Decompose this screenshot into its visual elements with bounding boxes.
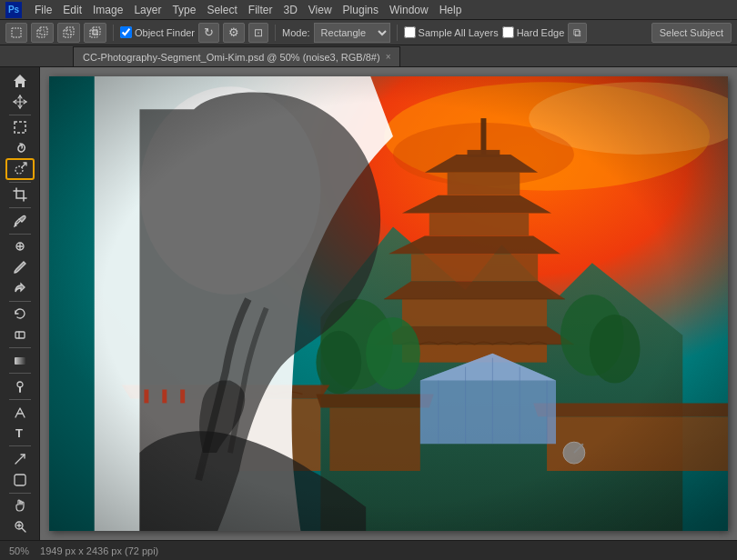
sample-all-layers-label: Sample All Layers	[419, 27, 499, 38]
history-brush-tool[interactable]	[6, 304, 34, 324]
tool-sep-8	[9, 399, 31, 400]
svg-rect-0	[12, 28, 21, 37]
document-dimensions: 1949 px x 2436 px (72 ppi)	[40, 545, 158, 556]
menu-filter[interactable]: Filter	[243, 0, 278, 20]
sample-all-layers-checkbox[interactable]	[404, 26, 416, 38]
menu-select[interactable]: Select	[201, 0, 242, 20]
tab-close-btn[interactable]: ×	[386, 52, 391, 62]
selection-subtract-btn[interactable]	[57, 23, 80, 43]
options-bar: Object Finder ↻ ⚙ ⊡ Mode: Rectangle Fixe…	[0, 20, 737, 45]
menu-3d[interactable]: 3D	[278, 0, 302, 20]
tab-title: CC-Photography-Segment_Omi-Kim.psd @ 50%…	[83, 52, 380, 63]
tool-sep-10	[9, 493, 31, 494]
canvas-area[interactable]	[40, 67, 737, 540]
tool-sep-5	[9, 301, 31, 302]
svg-rect-2	[40, 27, 47, 35]
sample-all-layers-group: Sample All Layers	[404, 26, 499, 38]
select-subject-btn[interactable]: Select Subject	[651, 23, 732, 43]
tool-sep-2	[9, 182, 31, 183]
tool-sep-3	[9, 207, 31, 208]
hard-edge-label: Hard Edge	[517, 27, 565, 38]
sep1	[113, 25, 114, 41]
svg-rect-52	[49, 76, 728, 531]
type-tool[interactable]: T	[6, 423, 34, 443]
menu-file[interactable]: File	[29, 0, 57, 20]
svg-rect-15	[15, 475, 25, 485]
spot-heal-tool[interactable]	[6, 236, 34, 256]
menu-view[interactable]: View	[303, 0, 338, 20]
menu-layer[interactable]: Layer	[128, 0, 167, 20]
eyedropper-tool[interactable]	[6, 211, 34, 231]
svg-rect-8	[15, 122, 25, 133]
refine-select-btn[interactable]: ⧉	[568, 23, 587, 43]
refresh-btn[interactable]: ↻	[198, 23, 219, 43]
tab-bar: CC-Photography-Segment_Omi-Kim.psd @ 50%…	[0, 45, 737, 67]
main-area: T	[0, 67, 737, 540]
sep3	[397, 25, 398, 41]
shape-tool[interactable]	[6, 470, 34, 490]
menu-image[interactable]: Image	[87, 0, 128, 20]
gradient-tool[interactable]	[6, 351, 34, 371]
svg-rect-7	[93, 30, 97, 35]
crop-tool[interactable]	[6, 185, 34, 205]
selection-add-btn[interactable]	[31, 23, 54, 43]
quick-select-tool[interactable]	[6, 159, 34, 179]
selection-new-btn[interactable]	[5, 23, 27, 43]
eraser-tool[interactable]	[6, 325, 34, 345]
canvas-image	[49, 76, 728, 531]
sep2	[275, 25, 276, 41]
svg-text:T: T	[15, 426, 23, 440]
tool-sep-7	[9, 373, 31, 374]
zoom-tool[interactable]	[6, 516, 34, 536]
tool-sep-4	[9, 234, 31, 235]
svg-rect-12	[15, 357, 25, 365]
move-tool[interactable]	[6, 92, 34, 112]
mode-select[interactable]: Rectangle Fixed Ratio Fixed Size	[314, 23, 390, 43]
tool-sep-1	[9, 115, 31, 115]
menu-edit[interactable]: Edit	[57, 0, 87, 20]
menu-bar: Ps File Edit Image Layer Type Select Fil…	[0, 0, 737, 20]
hard-edge-checkbox[interactable]	[502, 26, 514, 38]
svg-rect-11	[15, 332, 25, 338]
svg-rect-4	[66, 27, 74, 35]
tool-sep-9	[9, 445, 31, 446]
object-finder-label: Object Finder	[135, 27, 195, 38]
mode-label: Mode:	[282, 27, 310, 38]
dodge-tool[interactable]	[6, 376, 34, 396]
menu-plugins[interactable]: Plugins	[338, 0, 384, 20]
lasso-tool[interactable]	[6, 138, 34, 158]
settings-btn[interactable]: ⚙	[223, 23, 245, 43]
rect-marquee-tool[interactable]	[6, 117, 34, 137]
tool-sep-6	[9, 347, 31, 348]
menu-help[interactable]: Help	[434, 0, 468, 20]
ps-logo: Ps	[5, 2, 22, 18]
brush-tool[interactable]	[6, 257, 34, 277]
toolbar: T	[0, 67, 40, 540]
canvas-wrapper	[49, 76, 728, 531]
status-bar: 50% 1949 px x 2436 px (72 ppi)	[0, 540, 737, 560]
path-select-tool[interactable]	[6, 449, 34, 469]
svg-rect-3	[64, 30, 71, 37]
hand-tool[interactable]	[6, 495, 34, 515]
menu-window[interactable]: Window	[384, 0, 434, 20]
document-tab[interactable]: CC-Photography-Segment_Omi-Kim.psd @ 50%…	[73, 46, 400, 66]
selection-intersect-btn[interactable]	[84, 23, 106, 43]
object-finder-checkbox[interactable]	[120, 26, 132, 38]
object-finder-group: Object Finder	[120, 26, 195, 38]
pen-tool[interactable]	[6, 403, 34, 423]
hard-edge-group: Hard Edge	[502, 26, 565, 38]
transform-btn[interactable]: ⊡	[248, 23, 268, 43]
home-btn[interactable]	[6, 71, 34, 91]
menu-type[interactable]: Type	[167, 0, 201, 20]
zoom-level: 50%	[9, 545, 29, 556]
clone-stamp-tool[interactable]	[6, 278, 34, 298]
